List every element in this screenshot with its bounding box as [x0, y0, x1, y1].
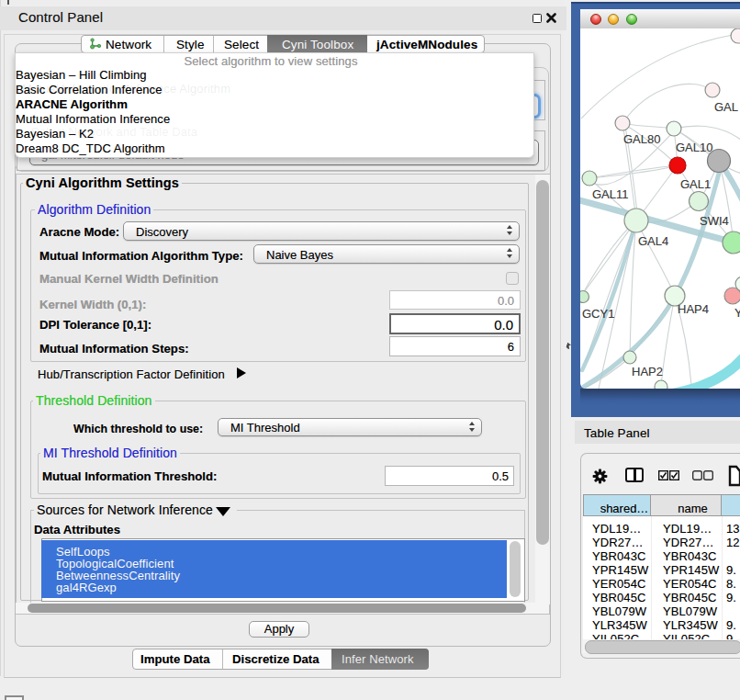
svg-text:GCY1: GCY1	[582, 307, 614, 321]
svg-text:HAP2: HAP2	[632, 365, 663, 378]
svg-text:GAL80: GAL80	[623, 132, 660, 146]
svg-text:GAL10: GAL10	[676, 141, 712, 154]
svg-text:GAL: GAL	[714, 100, 738, 114]
svg-text:SWI4: SWI4	[700, 214, 729, 228]
svg-text:HAP4: HAP4	[678, 302, 709, 316]
svg-text:GAL11: GAL11	[592, 187, 629, 201]
svg-text:GAL1: GAL1	[680, 177, 711, 191]
svg-text:Y: Y	[734, 306, 740, 320]
svg-text:GAL4: GAL4	[638, 234, 668, 248]
